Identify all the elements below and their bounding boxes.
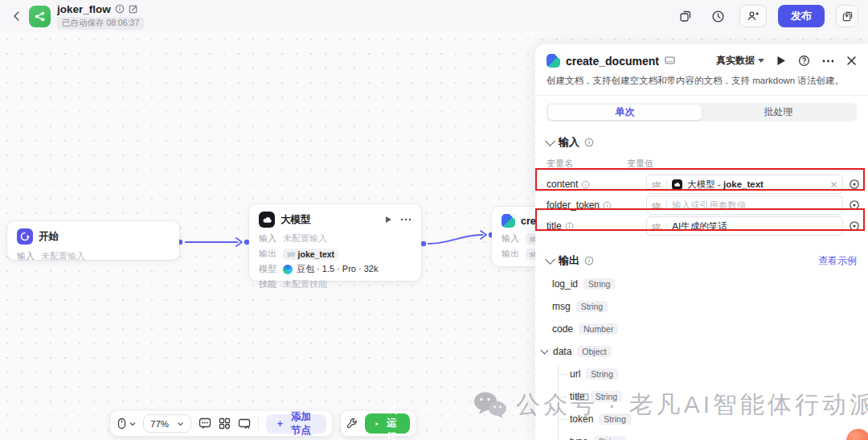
llm-run-icon[interactable] <box>384 216 392 224</box>
col-variable-value: 变量值 <box>627 158 653 170</box>
test-run-button[interactable]: 试运行 <box>365 413 410 434</box>
start-input-label: 输入 <box>17 250 35 262</box>
info-icon <box>603 201 612 210</box>
input-section-title: 输入 <box>559 135 579 150</box>
create-output-label: 输出 <box>502 248 519 260</box>
output-field-log-id: log_idString <box>552 276 857 292</box>
output-field-token: tokenString <box>570 411 857 427</box>
info-icon <box>584 138 594 147</box>
chevron-down-icon <box>541 347 549 355</box>
collect-icon[interactable] <box>836 5 858 27</box>
top-bar: joker_flow 已自动保存 08:06:37 发布 <box>0 0 868 32</box>
column-headers: 变量名 变量值 <box>535 150 868 170</box>
flow-title: joker_flow <box>57 3 111 15</box>
debug-tools-icon[interactable] <box>346 417 358 430</box>
folder-token-value-input[interactable]: str. 输入或引用参数值 <box>646 195 843 215</box>
node-start[interactable]: 开始 输入 未配置输入 <box>7 221 179 260</box>
input-row-title: title str. AI生成的笑话 <box>547 216 860 236</box>
llm-model-value: 豆包 · 1.5 · Pro · 32k <box>297 263 378 275</box>
node-llm[interactable]: 大模型 输入 未配置输入 输出 strjoke_text 模型 豆包 · 1.5… <box>249 204 421 281</box>
clear-icon[interactable] <box>830 181 837 188</box>
start-node-title: 开始 <box>39 230 59 244</box>
folder-token-placeholder: 输入或引用参数值 <box>672 199 746 212</box>
llm-input-label: 输入 <box>259 232 276 245</box>
tab-batch[interactable]: 批处理 <box>702 105 855 120</box>
run-toolbar: 试运行 <box>341 411 416 436</box>
edit-icon[interactable] <box>129 4 138 14</box>
llm-node-icon <box>259 212 275 228</box>
plus-icon: + <box>277 418 283 430</box>
canvas-toolbar: 77% + 添加节点 <box>111 411 332 436</box>
output-data-children: urlString titleString tokenString typeSt… <box>558 366 857 440</box>
zoom-value: 77% <box>150 419 169 429</box>
title-value-input[interactable]: str. AI生成的笑话 <box>646 216 843 236</box>
var-name-title: title <box>547 220 562 232</box>
reference-toggle-icon[interactable] <box>849 199 860 211</box>
start-input-value: 未配置输入 <box>41 250 85 262</box>
type-tag: str. <box>652 201 667 210</box>
create-input-label: 输入 <box>502 232 519 245</box>
data-mode-dropdown[interactable]: 真实数据 <box>716 54 764 68</box>
panel-title: create_document <box>566 55 659 68</box>
input-row-folder-token: folder_token str. 输入或引用参数值 <box>547 195 860 216</box>
llm-more-icon[interactable] <box>400 218 411 221</box>
comment-icon[interactable] <box>199 417 211 430</box>
help-icon[interactable] <box>798 55 810 67</box>
zoom-select[interactable]: 77% <box>143 414 191 433</box>
title-value-text: AI生成的笑话 <box>672 220 727 232</box>
back-button[interactable] <box>8 7 26 25</box>
chevron-down-icon <box>177 421 184 426</box>
panel-description: 创建文档，支持创建空文档和带内容的文档，支持 markdown 语法创建。 <box>535 68 868 87</box>
tab-single[interactable]: 单次 <box>548 105 702 120</box>
info-icon <box>565 222 574 231</box>
collaborate-button[interactable] <box>739 5 767 27</box>
data-mode-label: 真实数据 <box>716 54 755 68</box>
output-field-url: urlString <box>570 366 857 382</box>
output-field-data[interactable]: dataObject <box>542 343 857 360</box>
llm-ref-icon <box>672 179 682 190</box>
llm-skill-value: 未配置技能 <box>283 278 327 290</box>
start-node-icon <box>17 228 33 245</box>
info-icon <box>584 256 594 265</box>
autosave-status: 已自动保存 08:06:37 <box>57 17 144 30</box>
type-tag: str. <box>652 180 667 189</box>
toolbar-divider <box>258 417 259 430</box>
duplicate-icon[interactable] <box>675 6 696 27</box>
rename-card-icon[interactable] <box>665 56 675 65</box>
chevron-down-icon <box>545 136 555 146</box>
mode-tabs: 单次 批处理 <box>547 103 857 121</box>
input-row-content: content str. 大模型 - joke_text <box>547 174 860 195</box>
cursor-mode-button[interactable] <box>117 417 136 430</box>
output-field-title: titleString <box>570 389 857 405</box>
add-node-label: 添加节点 <box>287 410 315 438</box>
reference-toggle-icon[interactable] <box>849 220 860 232</box>
llm-output-label: 输出 <box>259 248 276 260</box>
panel-run-icon[interactable] <box>776 56 786 66</box>
output-field-type: typeString <box>570 434 857 440</box>
node-config-panel: create_document 真实数据 创建文档，支持创建空文档和带内容的文档… <box>535 44 868 440</box>
minimap-icon[interactable] <box>238 418 251 430</box>
view-example-link[interactable]: 查看示例 <box>818 254 857 268</box>
info-icon[interactable] <box>115 4 125 14</box>
reference-toggle-icon[interactable] <box>849 179 860 190</box>
create-doc-panel-icon <box>547 54 560 68</box>
play-icon <box>375 420 379 428</box>
type-tag: str. <box>652 222 667 231</box>
add-node-button[interactable]: + 添加节点 <box>266 414 326 434</box>
output-field-code: codeNumber <box>552 321 857 337</box>
var-name-folder-token: folder_token <box>547 199 600 211</box>
publish-button[interactable]: 发布 <box>778 5 825 27</box>
output-section-header[interactable]: 输出 查看示例 <box>535 236 868 268</box>
close-icon[interactable] <box>846 56 857 66</box>
caret-down-icon <box>758 59 764 63</box>
content-value-input[interactable]: str. 大模型 - joke_text <box>646 175 843 194</box>
create-doc-node-icon <box>502 214 515 228</box>
input-section-header[interactable]: 输入 <box>535 121 868 150</box>
more-icon[interactable] <box>822 60 834 63</box>
llm-skill-label: 技能 <box>259 278 276 290</box>
col-variable-name: 变量名 <box>547 158 573 170</box>
test-run-label: 试运行 <box>384 403 399 440</box>
auto-layout-icon[interactable] <box>219 417 231 430</box>
history-icon[interactable] <box>707 6 728 27</box>
llm-node-title: 大模型 <box>280 213 311 227</box>
